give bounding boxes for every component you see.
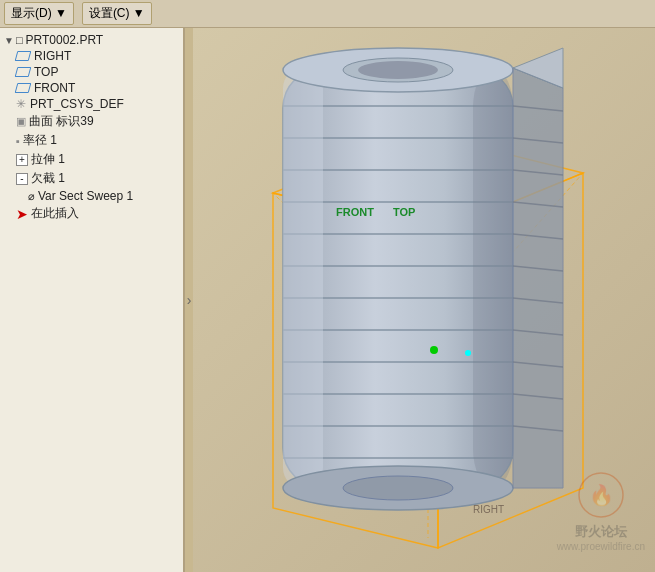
- watermark: 🔥 野火论坛 www.proewildfire.cn: [557, 470, 645, 552]
- tree-item-stretch[interactable]: ▪ 率径 1: [0, 131, 183, 150]
- svg-rect-20: [473, 68, 513, 488]
- tree-item-varsect-label: Var Sect Sweep 1: [38, 189, 133, 203]
- settings-menu-button[interactable]: 设置(C) ▼: [82, 2, 152, 25]
- coord-dot-cyan: [465, 350, 471, 356]
- expand-extrude-icon[interactable]: +: [16, 154, 28, 166]
- svg-point-23: [358, 61, 438, 79]
- csys-icon: ✳: [16, 97, 26, 111]
- tree-item-surface[interactable]: ▣ 曲面 标识39: [0, 112, 183, 131]
- tree-item-extrude-label: 拉伸 1: [31, 151, 65, 168]
- tree-item-front[interactable]: FRONT: [0, 80, 183, 96]
- svg-text:🔥: 🔥: [588, 483, 613, 507]
- tree-item-stretch-label: 率径 1: [23, 132, 57, 149]
- panel-splitter[interactable]: [185, 28, 193, 572]
- insert-arrow-icon: ➤: [16, 206, 28, 222]
- tree-item-csys-label: PRT_CSYS_DEF: [30, 97, 124, 111]
- tree-item-right[interactable]: RIGHT: [0, 48, 183, 64]
- datum-plane-icon-front: [15, 83, 32, 93]
- coil-model-svg: [253, 38, 593, 528]
- coord-dot-green: [430, 346, 438, 354]
- tree-item-surface-label: 曲面 标识39: [29, 113, 94, 130]
- watermark-name: 野火论坛: [557, 523, 645, 541]
- tree-item-csys[interactable]: ✳ PRT_CSYS_DEF: [0, 96, 183, 112]
- expand-icon: ▼: [4, 35, 14, 46]
- model-tree: ▼ □ PRT0002.PRT RIGHT TOP FRONT ✳: [0, 28, 183, 572]
- expand-revolve-icon[interactable]: -: [16, 173, 28, 185]
- datum-plane-icon: [15, 51, 32, 61]
- tree-root-item[interactable]: ▼ □ PRT0002.PRT: [0, 32, 183, 48]
- tree-root-label: PRT0002.PRT: [26, 33, 104, 47]
- svg-point-25: [343, 476, 453, 500]
- svg-marker-26: [513, 68, 563, 488]
- tree-item-revolve[interactable]: - 欠截 1: [0, 169, 183, 188]
- tree-item-varsect[interactable]: ⌀ Var Sect Sweep 1: [0, 188, 183, 204]
- display-label: 显示(D) ▼: [11, 5, 67, 22]
- viewport[interactable]: FRONT TOP RIGHT 🔥 野火论坛 www.proewildfire.…: [193, 28, 655, 572]
- tree-item-revolve-label: 欠截 1: [31, 170, 65, 187]
- top-label: TOP: [393, 206, 415, 218]
- tree-item-insert[interactable]: ➤ 在此插入: [0, 204, 183, 223]
- tree-item-top-label: TOP: [34, 65, 58, 79]
- datum-plane-icon-top: [15, 67, 32, 77]
- part-icon: □: [16, 34, 23, 46]
- main-container: ▼ □ PRT0002.PRT RIGHT TOP FRONT ✳: [0, 28, 655, 572]
- tree-item-right-label: RIGHT: [34, 49, 71, 63]
- svg-rect-19: [283, 68, 323, 488]
- watermark-site: www.proewildfire.cn: [557, 541, 645, 552]
- sweep-icon: ⌀: [28, 190, 35, 203]
- front-label: FRONT: [336, 206, 374, 218]
- display-menu-button[interactable]: 显示(D) ▼: [4, 2, 74, 25]
- tree-item-extrude[interactable]: + 拉伸 1: [0, 150, 183, 169]
- settings-label: 设置(C) ▼: [89, 5, 145, 22]
- tree-item-front-label: FRONT: [34, 81, 75, 95]
- stretch-icon: ▪: [16, 135, 20, 147]
- model-tree-panel: ▼ □ PRT0002.PRT RIGHT TOP FRONT ✳: [0, 28, 185, 572]
- tree-item-insert-label: 在此插入: [31, 205, 79, 222]
- watermark-logo-svg: 🔥: [576, 470, 626, 520]
- toolbar: 显示(D) ▼ 设置(C) ▼: [0, 0, 655, 28]
- tree-item-top[interactable]: TOP: [0, 64, 183, 80]
- right-label: RIGHT: [473, 504, 504, 515]
- surface-icon: ▣: [16, 115, 26, 128]
